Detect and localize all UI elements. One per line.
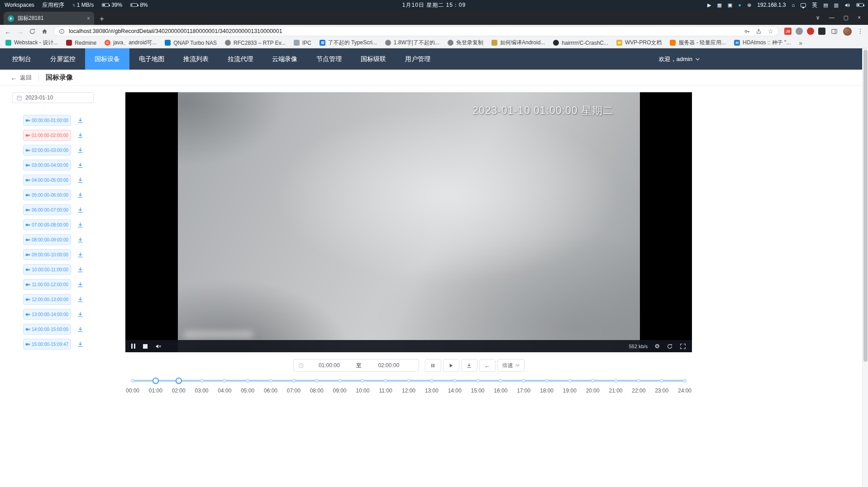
forward-button[interactable]: → — [17, 28, 24, 35]
timeline-hour-dot[interactable] — [499, 379, 502, 383]
play-button[interactable] — [443, 359, 459, 372]
segment-download-icon[interactable] — [77, 177, 83, 183]
bookmark-item[interactable]: C java、android可... — [105, 39, 157, 47]
segment-download-icon[interactable] — [77, 222, 83, 228]
extension-icon[interactable] — [818, 28, 825, 35]
workspaces-button[interactable]: Workspaces — [5, 2, 34, 8]
timeline-hour-dot[interactable] — [384, 379, 387, 383]
tray-battery-icon[interactable] — [856, 3, 863, 7]
segment-download-icon[interactable] — [77, 162, 83, 168]
url-text[interactable]: localhost:38080/#/gbRecordDetail/3402000… — [69, 28, 740, 34]
time-range-picker[interactable]: 01:00:00 至 02:00:00 — [293, 359, 419, 372]
segment-button[interactable]: 14:00:00-15:00:00 — [23, 324, 71, 335]
nav-tab[interactable]: 分屏监控 — [41, 48, 85, 70]
end-time-input[interactable]: 02:00:00 — [363, 362, 414, 369]
segment-button[interactable]: 02:00:00-03:00:00 — [23, 145, 71, 156]
playback-speed-dropdown[interactable]: 倍速 — [497, 359, 525, 372]
clipboard-icon[interactable]: ▣ — [728, 3, 732, 8]
back-link[interactable]: ← 返回 — [10, 74, 32, 82]
tile-layout-icon[interactable]: ▤ — [823, 3, 828, 8]
extension-icon[interactable] — [807, 28, 814, 35]
timeline-hour-dot[interactable] — [568, 379, 572, 383]
timeline-hour-dot[interactable] — [223, 379, 226, 383]
date-picker[interactable]: 2023-01-10 — [12, 92, 94, 103]
share-icon[interactable] — [756, 28, 762, 34]
bookmark-item[interactable]: 1.8W字|了不起的... — [385, 39, 439, 47]
reload-button[interactable] — [29, 28, 36, 35]
volume-icon[interactable] — [844, 2, 850, 8]
chat-icon[interactable] — [801, 3, 806, 7]
secondary-battery-indicator[interactable]: 8% — [130, 2, 148, 8]
nav-tab[interactable]: 国标级联 — [351, 48, 396, 70]
bookmark-item[interactable]: RFC2833 – RTP Ev... — [225, 40, 286, 46]
network-speed-indicator[interactable]: ↑↓ 1 MB/s — [72, 2, 94, 8]
nav-tab[interactable]: 云端录像 — [262, 48, 307, 70]
back-button[interactable]: ← — [5, 28, 11, 35]
timeline-hour-dot[interactable] — [338, 379, 342, 383]
bookmark-item[interactable]: IPC — [294, 40, 311, 46]
timeline-hour-dot[interactable] — [407, 379, 410, 383]
segment-download-icon[interactable] — [77, 237, 83, 243]
bookmark-item[interactable]: H HDAtmos :: 种子 "... — [734, 39, 791, 47]
timeline-hour-dot[interactable] — [522, 379, 525, 383]
timeline-hour-dot[interactable] — [269, 379, 272, 383]
segment-download-icon[interactable] — [77, 132, 83, 138]
timeline-hour-dot[interactable] — [430, 379, 434, 383]
segment-download-icon[interactable] — [77, 282, 83, 288]
browser-menu-icon[interactable]: ⋮ — [857, 28, 863, 35]
nav-tab[interactable]: 拉流代理 — [218, 48, 262, 70]
timeline-hour-dot[interactable] — [637, 379, 640, 383]
browser-tab[interactable]: 国标28181 × — [4, 12, 94, 25]
segment-download-icon[interactable] — [77, 297, 83, 303]
user-menu[interactable]: 欢迎，admin — [659, 48, 700, 70]
segment-download-icon[interactable] — [77, 312, 83, 317]
segment-button[interactable]: 10:00:00-11:00:00 — [23, 264, 71, 275]
segment-download-icon[interactable] — [77, 341, 83, 347]
tweak-tool-icon[interactable]: ⊕ — [747, 3, 751, 8]
seek-back-button[interactable]: ← — [479, 359, 496, 372]
player-pause-icon[interactable] — [131, 344, 135, 349]
media-play-icon[interactable]: ▶ — [707, 3, 711, 8]
player-fullscreen-icon[interactable] — [680, 343, 686, 350]
pause-button[interactable] — [425, 359, 441, 372]
timeline-hour-dot[interactable] — [131, 379, 134, 383]
nav-tab[interactable]: 用户管理 — [396, 48, 440, 70]
timeline-hour-dot[interactable] — [660, 379, 663, 383]
bookmark-item[interactable]: QNAP Turbo NAS — [165, 40, 217, 46]
applications-menu-button[interactable]: 应用程序 — [43, 1, 64, 9]
nav-tab[interactable]: 电子地图 — [129, 48, 174, 70]
timeline-hour-dot[interactable] — [591, 379, 595, 383]
timeline-hour-dot[interactable] — [292, 379, 296, 383]
address-bar[interactable]: localhost:38080/#/gbRecordDetail/3402000… — [53, 26, 779, 36]
bookmark-item[interactable]: 服务器 - 轻量应用... — [670, 39, 726, 47]
timeline[interactable]: 00:0001:0002:0003:0004:0005:0006:0007:00… — [133, 377, 685, 394]
timeline-hour-dot[interactable] — [545, 379, 548, 383]
player-mute-icon[interactable] — [155, 343, 162, 350]
timeline-hour-dot[interactable] — [453, 379, 457, 383]
timeline-handle[interactable] — [153, 378, 159, 384]
segment-button[interactable]: 05:00:00-06:00:00 — [23, 189, 71, 200]
tab-search-icon[interactable]: ∨ — [816, 14, 820, 21]
input-method-indicator[interactable]: 英 — [812, 1, 817, 9]
segment-button[interactable]: 11:00:00-12:00:00 — [23, 279, 71, 290]
segment-button[interactable]: 06:00:00-07:00:00 — [23, 204, 71, 215]
side-panel-icon[interactable] — [831, 28, 838, 35]
extension-icon[interactable]: JS — [784, 28, 792, 35]
site-info-icon[interactable] — [59, 28, 65, 34]
timeline-hour-dot[interactable] — [246, 379, 249, 383]
nav-tab[interactable]: 控制台 — [3, 48, 41, 70]
segment-button[interactable]: 07:00:00-08:00:00 — [23, 219, 71, 230]
close-button[interactable]: × — [858, 14, 861, 21]
segment-download-icon[interactable] — [77, 118, 83, 123]
segment-download-icon[interactable] — [77, 147, 83, 153]
segment-button[interactable]: 00:00:00-01:00:00 — [23, 115, 71, 126]
segment-button[interactable]: 04:00:00-05:00:00 — [23, 175, 71, 185]
timeline-hour-dot[interactable] — [315, 379, 319, 383]
player-refresh-icon[interactable] — [667, 343, 673, 350]
tab-close-icon[interactable]: × — [87, 15, 90, 22]
new-tab-button[interactable]: + — [100, 15, 104, 23]
bookmarks-overflow-icon[interactable]: » — [799, 39, 802, 47]
segment-button[interactable]: 15:00:00-15:09:47 — [23, 339, 71, 350]
timeline-hour-dot[interactable] — [476, 379, 480, 383]
status-dot-icon[interactable]: ● — [738, 3, 741, 8]
